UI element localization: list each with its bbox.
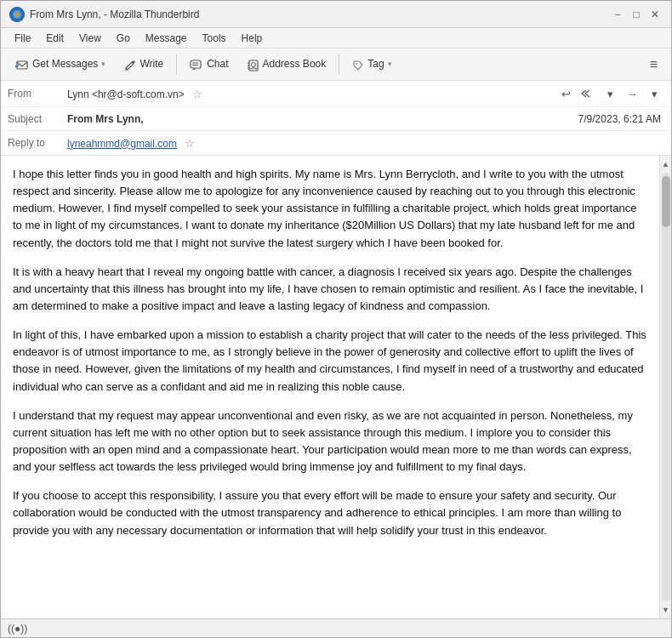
get-messages-button[interactable]: Get Messages ▾	[8, 54, 113, 75]
address-book-button[interactable]: Address Book	[240, 54, 334, 74]
tag-button[interactable]: Tag ▾	[345, 54, 399, 74]
write-icon	[124, 57, 136, 71]
reply-to-star-icon[interactable]: ☆	[185, 137, 195, 150]
reply-button[interactable]: ↩	[555, 84, 576, 103]
toolbar-divider-1	[176, 54, 177, 75]
toolbar: Get Messages ▾ Write	[1, 48, 671, 81]
subject-row: Subject From Mrs Lynn, 7/9/2023, 6:21 AM	[1, 107, 671, 131]
reply-to-label: Reply to	[8, 137, 67, 149]
chat-button[interactable]: Chat	[182, 54, 236, 74]
email-paragraph-2: It is with a heavy heart that I reveal m…	[13, 264, 647, 315]
get-messages-label: Get Messages	[32, 58, 98, 70]
tag-dropdown-icon[interactable]: ▾	[388, 60, 392, 68]
menu-go[interactable]: Go	[110, 31, 137, 46]
menu-bar: File Edit View Go Message Tools Help	[1, 28, 671, 48]
tag-label: Tag	[367, 58, 384, 70]
from-value: Lynn <hr@d-soft.com.vn> ☆	[67, 88, 555, 100]
title-bar: From Mrs Lynn, - Mozilla Thunderbird − □…	[1, 1, 671, 28]
reply-to-value: lyneahmmd@gmail.com ☆	[67, 137, 664, 150]
reply-to-row: Reply to lyneahmmd@gmail.com ☆	[1, 131, 671, 155]
email-body: I hope this letter finds you in good hea…	[1, 156, 659, 618]
email-paragraph-3: In light of this, I have embarked upon a…	[13, 327, 647, 396]
connection-icon: ((●))	[8, 623, 27, 635]
get-messages-dropdown-icon[interactable]: ▾	[101, 60, 105, 68]
scroll-track[interactable]	[662, 173, 670, 601]
close-button[interactable]: ✕	[647, 7, 663, 22]
status-bar: ((●))	[1, 618, 671, 637]
scrollbar: ▲ ▼	[659, 156, 671, 618]
email-paragraph-1: I hope this letter finds you in good hea…	[13, 166, 647, 252]
minimize-button[interactable]: −	[610, 7, 625, 22]
get-messages-icon	[15, 57, 29, 71]
toolbar-divider-2	[339, 54, 339, 75]
svg-point-8	[251, 62, 255, 66]
email-paragraph-4: I understand that my request may appear …	[13, 407, 647, 476]
address-book-label: Address Book	[263, 58, 327, 70]
email-date: 7/9/2023, 6:21 AM	[578, 113, 661, 125]
scroll-down-button[interactable]: ▼	[660, 603, 672, 617]
forward-button[interactable]: →	[622, 84, 642, 103]
more-nav-button[interactable]: ▾	[644, 84, 664, 103]
menu-file[interactable]: File	[8, 31, 37, 46]
menu-message[interactable]: Message	[139, 31, 194, 46]
write-button[interactable]: Write	[117, 54, 171, 74]
reply-all-button[interactable]	[578, 84, 598, 103]
svg-point-2	[15, 12, 20, 16]
tag-icon	[352, 57, 364, 71]
navigation-actions: ↩ ▾ → ▾	[555, 84, 664, 103]
main-window: From Mrs Lynn, - Mozilla Thunderbird − □…	[0, 0, 672, 638]
from-label: From	[8, 88, 67, 100]
maximize-button[interactable]: □	[629, 7, 644, 22]
toolbar-menu-button[interactable]: ≡	[643, 54, 664, 76]
email-paragraph-6: If you choose to accept this responsibil…	[13, 487, 647, 538]
menu-tools[interactable]: Tools	[196, 31, 233, 46]
menu-help[interactable]: Help	[235, 31, 270, 46]
from-star-icon[interactable]: ☆	[192, 88, 202, 100]
scroll-thumb[interactable]	[662, 176, 670, 227]
email-header: From Lynn <hr@d-soft.com.vn> ☆ ↩ ▾ → ▾	[1, 81, 671, 156]
window-controls: − □ ✕	[610, 7, 663, 22]
chat-label: Chat	[207, 58, 228, 70]
from-row: From Lynn <hr@d-soft.com.vn> ☆ ↩ ▾ → ▾	[1, 81, 671, 107]
svg-rect-4	[191, 60, 201, 68]
menu-view[interactable]: View	[72, 31, 108, 46]
scroll-up-button[interactable]: ▲	[660, 157, 672, 171]
subject-label: Subject	[8, 113, 67, 125]
chat-icon	[190, 57, 203, 71]
svg-point-12	[356, 63, 357, 65]
app-icon	[9, 7, 25, 22]
subject-value: From Mrs Lynn,	[67, 113, 578, 125]
write-label: Write	[140, 58, 163, 70]
address-book-icon	[248, 57, 259, 71]
nav-down-button[interactable]: ▾	[600, 84, 620, 103]
window-title: From Mrs Lynn, - Mozilla Thunderbird	[30, 9, 610, 20]
menu-edit[interactable]: Edit	[39, 31, 71, 46]
email-body-container: I hope this letter finds you in good hea…	[1, 156, 671, 618]
